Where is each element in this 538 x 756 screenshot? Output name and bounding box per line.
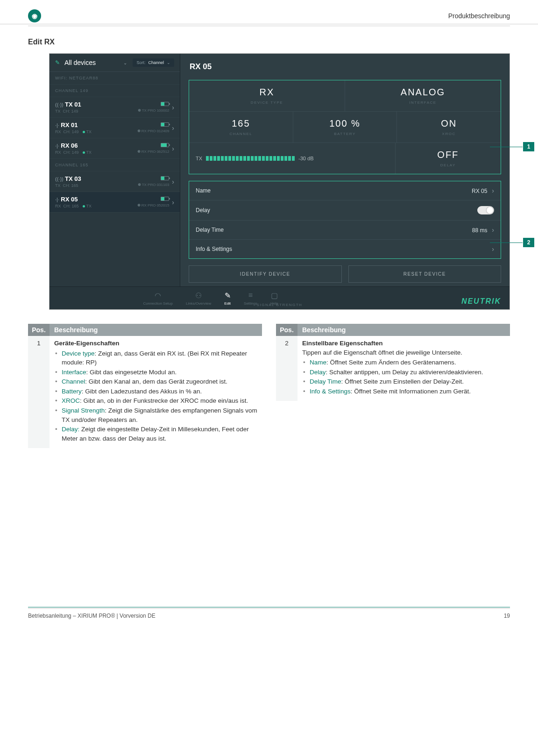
chevron-right-icon: ›	[172, 199, 174, 206]
battery-icon	[161, 176, 169, 180]
description-table-2: Pos.Beschreibung 2 Einstellbare Eigensch…	[276, 324, 510, 448]
device-type-icon: ((·))	[55, 176, 64, 182]
setting-info-row[interactable]: Info & Settings ›	[189, 240, 501, 258]
device-type-icon: ·|·	[55, 197, 59, 202]
app-screenshot: ✎ All devices ⌄ Sort: Channel ⌄ WIFI: NE…	[49, 53, 510, 310]
channel-group-label: CHANNEL 165	[50, 159, 180, 171]
setting-delay-row[interactable]: Delay	[189, 200, 501, 221]
sidebar-header[interactable]: ✎ All devices ⌄ Sort: Channel ⌄	[50, 54, 180, 72]
callout-2: 2	[523, 238, 534, 247]
battery-icon	[161, 143, 169, 147]
device-row[interactable]: ·|· RX 01 RX CH: 149 TX ⚈ RX PRO 012409 …	[50, 118, 180, 138]
page-number: 19	[504, 613, 510, 619]
device-properties-grid: RXDEVICE TYPE ANALOGINTERFACE 165CHANNEL…	[189, 80, 501, 174]
footer-text: Betriebsanleitung – XIRIUM PRO® | Vorver…	[28, 613, 156, 619]
edit-icon: ✎	[224, 291, 231, 300]
battery-icon	[161, 197, 169, 201]
prop-delay: OFFDELAY	[396, 143, 501, 174]
device-settings-list: Name RX 05 › Delay Delay Time 88 ms › In…	[189, 181, 501, 259]
sort-dropdown[interactable]: Sort: Channel ⌄	[133, 58, 174, 67]
delay-toggle[interactable]	[477, 206, 494, 214]
chevron-right-icon: ›	[172, 124, 174, 132]
battery-icon	[161, 102, 169, 106]
device-sidebar: ✎ All devices ⌄ Sort: Channel ⌄ WIFI: NE…	[50, 54, 180, 286]
edit-icon: ✎	[55, 59, 60, 66]
device-detail-panel: RX 05 RXDEVICE TYPE ANALOGINTERFACE 165C…	[180, 54, 510, 286]
device-row[interactable]: ((·)) TX 01 TX CH: 149 ⚈ TX PRO 100002 ›	[50, 97, 180, 118]
chevron-right-icon: ›	[490, 226, 494, 234]
device-type-icon: ((·))	[55, 102, 64, 107]
battery-icon	[161, 122, 169, 127]
prop-device-type: RXDEVICE TYPE	[189, 80, 345, 111]
chevron-right-icon: ›	[172, 178, 174, 185]
signal-bar-icon	[206, 156, 295, 161]
chevron-down-icon: ⌄	[167, 60, 170, 65]
reset-device-button[interactable]: RESET DEVICE	[348, 265, 502, 283]
chevron-right-icon: ›	[490, 187, 494, 194]
chevron-right-icon: ›	[172, 104, 174, 111]
prop-channel: 165CHANNEL	[189, 112, 293, 143]
description-table-1: Pos.Beschreibung 1 Geräte-Eigenschaften …	[28, 324, 262, 448]
help-icon: ▢	[270, 291, 278, 300]
links-icon: ⚇	[186, 291, 211, 300]
section-title: Edit RX	[28, 38, 538, 46]
page-footer: Betriebsanleitung – XIRIUM PRO® | Vorver…	[28, 607, 510, 619]
callout-1: 1	[523, 142, 534, 151]
link-icon: ⚈	[137, 203, 141, 207]
link-icon: ⚈	[137, 129, 141, 133]
setting-name-row[interactable]: Name RX 05 ›	[189, 181, 501, 200]
chevron-down-icon: ⌄	[123, 60, 127, 65]
brand-logo-icon: ◉	[28, 9, 41, 22]
link-icon: ⚈	[138, 108, 141, 113]
channel-group-label: CHANNEL 149	[50, 85, 180, 97]
prop-battery: 100 %BATTERY	[293, 112, 397, 143]
sliders-icon: ≡	[244, 291, 257, 300]
device-type-icon: ·|·	[55, 122, 59, 128]
doc-section-label: Produktbeschreibung	[448, 12, 510, 20]
prop-signal-strength: TX -30 dB SIGNAL STRENGTH	[189, 143, 396, 174]
page-header: ◉ Produktbeschreibung	[0, 9, 538, 24]
chevron-right-icon: ›	[492, 245, 494, 253]
device-row[interactable]: ·|· RX 05 RX CH: 165 TX ⚈ RX PRO 052015 …	[50, 192, 180, 213]
device-row[interactable]: ·|· RX 06 RX CH: 149 TX ⚈ RX PRO 062512 …	[50, 138, 180, 159]
wifi-label: WIFI: NETGEAR88	[50, 72, 180, 85]
device-filter-label: All devices	[64, 59, 96, 66]
wifi-icon: ◠	[143, 291, 173, 300]
prop-xroc: ONXROC	[397, 112, 501, 143]
link-icon: ⚈	[138, 183, 141, 187]
device-type-icon: ·|·	[55, 143, 59, 149]
chevron-right-icon: ›	[172, 145, 174, 152]
prop-interface: ANALOGINTERFACE	[345, 80, 501, 111]
link-icon: ⚈	[137, 150, 141, 154]
device-row[interactable]: ((·)) TX 03 TX CH: 165 ⚈ TX PRO 031103 ›	[50, 171, 180, 192]
device-title: RX 05	[189, 59, 501, 74]
identify-device-button[interactable]: IDENTIFY DEVICE	[189, 265, 342, 283]
setting-delaytime-row[interactable]: Delay Time 88 ms ›	[189, 221, 501, 240]
